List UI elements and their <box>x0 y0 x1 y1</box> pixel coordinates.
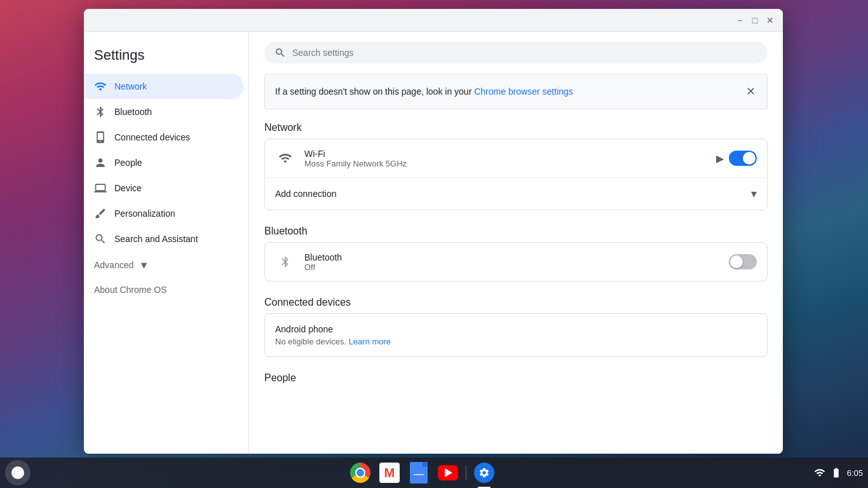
sidebar-item-connected-devices[interactable]: Connected devices <box>84 125 243 150</box>
sidebar-item-about[interactable]: About Chrome OS <box>84 278 248 301</box>
search-icon <box>94 233 107 245</box>
gmail-m-letter: M <box>384 466 395 479</box>
sidebar-device-label: Device <box>114 183 142 193</box>
about-label: About Chrome OS <box>94 285 166 295</box>
bluetooth-status: Off <box>304 262 720 272</box>
wifi-row-text: Wi-Fi Moss Family Network 5GHz <box>304 149 707 168</box>
sidebar-connected-devices-label: Connected devices <box>114 132 190 142</box>
search-bar <box>264 42 768 64</box>
settings-taskbar-icon <box>474 463 494 483</box>
sidebar-item-device[interactable]: Device <box>84 175 243 201</box>
taskbar-app-gmail[interactable]: M <box>377 460 402 485</box>
sidebar-item-bluetooth[interactable]: Bluetooth <box>84 99 243 125</box>
wifi-icon <box>94 80 107 93</box>
window-body: Settings Network Bluetooth <box>84 32 783 454</box>
docs-icon <box>410 462 428 484</box>
sidebar-item-advanced[interactable]: Advanced ▾ <box>84 252 248 278</box>
taskbar-left <box>5 460 31 485</box>
sidebar: Settings Network Bluetooth <box>84 32 249 454</box>
bluetooth-card: Bluetooth Off <box>264 242 768 281</box>
taskbar: M <box>0 458 868 488</box>
network-card: Wi-Fi Moss Family Network 5GHz ▶ Add con… <box>264 139 768 210</box>
android-phone-card: Android phone No eligible devices. Learn… <box>264 313 768 357</box>
sidebar-item-personalization[interactable]: Personalization <box>84 201 243 226</box>
bluetooth-row-icon <box>275 252 295 272</box>
taskbar-right: 6:05 <box>814 467 863 478</box>
chrome-browser-settings-link[interactable]: Chrome browser settings <box>474 86 573 97</box>
wifi-row-icon <box>275 148 295 168</box>
tablet-icon <box>94 131 107 144</box>
taskbar-wifi-icon <box>814 467 825 478</box>
settings-window: − □ ✕ Settings Network <box>84 9 783 454</box>
sidebar-personalization-label: Personalization <box>114 208 175 219</box>
bluetooth-toggle-thumb <box>730 255 743 268</box>
bluetooth-row[interactable]: Bluetooth Off <box>265 243 767 281</box>
taskbar-battery-icon <box>831 467 842 478</box>
titlebar: − □ ✕ <box>84 9 783 32</box>
sidebar-search-assistant-label: Search and Assistant <box>114 234 198 244</box>
add-connection-label: Add connection <box>275 189 337 199</box>
search-bar-icon <box>275 47 286 58</box>
laptop-icon <box>94 182 107 194</box>
sidebar-item-network[interactable]: Network <box>84 74 243 99</box>
taskbar-center: M <box>348 460 497 485</box>
taskbar-app-youtube[interactable] <box>435 460 461 485</box>
minimize-button[interactable]: − <box>732 13 747 28</box>
advanced-label: Advanced <box>94 260 133 270</box>
wifi-row[interactable]: Wi-Fi Moss Family Network 5GHz ▶ <box>265 139 767 178</box>
sidebar-bluetooth-label: Bluetooth <box>114 107 152 117</box>
wifi-row-right: ▶ <box>716 151 757 166</box>
taskbar-app-docs[interactable] <box>406 460 431 485</box>
network-section-title: Network <box>264 122 768 133</box>
taskbar-app-settings[interactable] <box>471 460 497 485</box>
sidebar-title: Settings <box>84 42 248 74</box>
close-button[interactable]: ✕ <box>763 13 778 28</box>
bluetooth-icon <box>94 105 107 118</box>
search-input[interactable] <box>292 48 757 58</box>
wifi-toggle-thumb <box>743 152 756 165</box>
banner-text: If a setting doesn't show on this page, … <box>275 86 573 97</box>
youtube-play-icon <box>445 468 452 477</box>
wifi-toggle[interactable] <box>729 151 757 166</box>
sidebar-item-people[interactable]: People <box>84 150 243 175</box>
wifi-label: Wi-Fi <box>304 149 707 159</box>
bluetooth-section-title: Bluetooth <box>264 226 768 237</box>
brush-icon <box>94 207 107 220</box>
gmail-icon: M <box>379 463 400 483</box>
wifi-network-name: Moss Family Network 5GHz <box>304 159 707 168</box>
people-section-title: People <box>264 372 768 384</box>
taskbar-time: 6:05 <box>847 468 863 478</box>
launcher-icon <box>11 466 24 479</box>
android-phone-label: Android phone <box>275 324 757 334</box>
banner-close-button[interactable]: ✕ <box>745 83 757 100</box>
sidebar-item-search-assistant[interactable]: Search and Assistant <box>84 226 243 252</box>
sidebar-people-label: People <box>114 158 142 168</box>
bluetooth-toggle[interactable] <box>729 254 757 269</box>
browser-settings-banner: If a setting doesn't show on this page, … <box>264 74 768 109</box>
add-connection-row[interactable]: Add connection ▾ <box>265 178 767 210</box>
bluetooth-label: Bluetooth <box>304 252 720 262</box>
sidebar-network-label: Network <box>114 81 147 92</box>
youtube-icon <box>438 465 458 480</box>
main-content: If a setting doesn't show on this page, … <box>249 32 783 454</box>
taskbar-app-chrome[interactable] <box>348 460 373 485</box>
chrome-icon <box>350 463 370 483</box>
bluetooth-row-text: Bluetooth Off <box>304 252 720 272</box>
android-phone-description: No eligible devices. Learn more <box>275 337 757 346</box>
add-connection-chevron-icon: ▾ <box>751 187 757 201</box>
launcher-button[interactable] <box>5 460 31 485</box>
learn-more-link[interactable]: Learn more <box>349 337 391 346</box>
taskbar-divider <box>466 465 466 480</box>
person-icon <box>94 156 107 169</box>
bluetooth-row-right <box>729 254 757 269</box>
wifi-arrow-icon: ▶ <box>716 152 724 165</box>
chevron-down-icon: ▾ <box>141 258 147 272</box>
connected-devices-section-title: Connected devices <box>264 297 768 308</box>
maximize-button[interactable]: □ <box>747 13 763 28</box>
